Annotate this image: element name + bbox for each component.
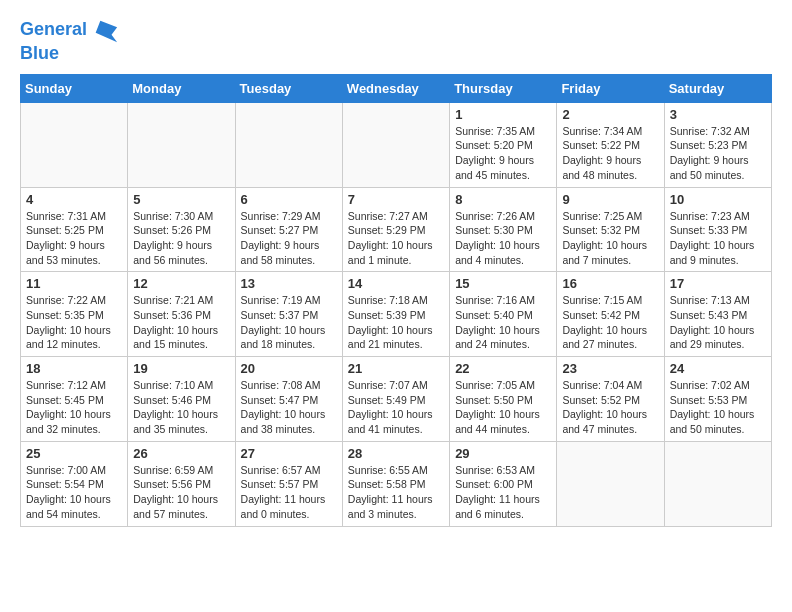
calendar-cell: 26Sunrise: 6:59 AM Sunset: 5:56 PM Dayli… [128,441,235,526]
calendar-cell: 5Sunrise: 7:30 AM Sunset: 5:26 PM Daylig… [128,187,235,272]
logo-text: General [20,20,87,40]
day-info: Sunrise: 7:26 AM Sunset: 5:30 PM Dayligh… [455,209,551,268]
calendar-cell: 19Sunrise: 7:10 AM Sunset: 5:46 PM Dayli… [128,357,235,442]
day-number: 2 [562,107,658,122]
calendar-cell: 25Sunrise: 7:00 AM Sunset: 5:54 PM Dayli… [21,441,128,526]
day-info: Sunrise: 7:25 AM Sunset: 5:32 PM Dayligh… [562,209,658,268]
calendar-cell: 12Sunrise: 7:21 AM Sunset: 5:36 PM Dayli… [128,272,235,357]
day-info: Sunrise: 7:05 AM Sunset: 5:50 PM Dayligh… [455,378,551,437]
calendar-cell: 6Sunrise: 7:29 AM Sunset: 5:27 PM Daylig… [235,187,342,272]
day-number: 20 [241,361,337,376]
day-number: 15 [455,276,551,291]
calendar-week-row: 11Sunrise: 7:22 AM Sunset: 5:35 PM Dayli… [21,272,772,357]
day-number: 7 [348,192,444,207]
page-header: General Blue [20,16,772,64]
column-header-sunday: Sunday [21,74,128,102]
day-number: 24 [670,361,766,376]
day-number: 3 [670,107,766,122]
column-header-thursday: Thursday [450,74,557,102]
day-number: 10 [670,192,766,207]
day-info: Sunrise: 7:08 AM Sunset: 5:47 PM Dayligh… [241,378,337,437]
calendar-cell [664,441,771,526]
day-info: Sunrise: 7:34 AM Sunset: 5:22 PM Dayligh… [562,124,658,183]
day-number: 11 [26,276,122,291]
column-header-friday: Friday [557,74,664,102]
day-number: 16 [562,276,658,291]
calendar-cell: 21Sunrise: 7:07 AM Sunset: 5:49 PM Dayli… [342,357,449,442]
calendar-cell: 9Sunrise: 7:25 AM Sunset: 5:32 PM Daylig… [557,187,664,272]
day-info: Sunrise: 7:18 AM Sunset: 5:39 PM Dayligh… [348,293,444,352]
day-info: Sunrise: 7:32 AM Sunset: 5:23 PM Dayligh… [670,124,766,183]
day-number: 21 [348,361,444,376]
day-info: Sunrise: 7:19 AM Sunset: 5:37 PM Dayligh… [241,293,337,352]
day-info: Sunrise: 7:27 AM Sunset: 5:29 PM Dayligh… [348,209,444,268]
day-number: 17 [670,276,766,291]
calendar-week-row: 18Sunrise: 7:12 AM Sunset: 5:45 PM Dayli… [21,357,772,442]
calendar-cell: 15Sunrise: 7:16 AM Sunset: 5:40 PM Dayli… [450,272,557,357]
calendar-header-row: SundayMondayTuesdayWednesdayThursdayFrid… [21,74,772,102]
day-info: Sunrise: 7:12 AM Sunset: 5:45 PM Dayligh… [26,378,122,437]
day-number: 13 [241,276,337,291]
day-info: Sunrise: 7:10 AM Sunset: 5:46 PM Dayligh… [133,378,229,437]
day-number: 5 [133,192,229,207]
calendar-cell: 8Sunrise: 7:26 AM Sunset: 5:30 PM Daylig… [450,187,557,272]
logo-text-blue: Blue [20,44,119,64]
day-info: Sunrise: 6:59 AM Sunset: 5:56 PM Dayligh… [133,463,229,522]
column-header-tuesday: Tuesday [235,74,342,102]
day-number: 12 [133,276,229,291]
calendar-cell: 28Sunrise: 6:55 AM Sunset: 5:58 PM Dayli… [342,441,449,526]
column-header-monday: Monday [128,74,235,102]
day-info: Sunrise: 7:02 AM Sunset: 5:53 PM Dayligh… [670,378,766,437]
calendar-cell: 4Sunrise: 7:31 AM Sunset: 5:25 PM Daylig… [21,187,128,272]
calendar-cell: 20Sunrise: 7:08 AM Sunset: 5:47 PM Dayli… [235,357,342,442]
calendar-cell: 16Sunrise: 7:15 AM Sunset: 5:42 PM Dayli… [557,272,664,357]
day-number: 9 [562,192,658,207]
day-number: 23 [562,361,658,376]
day-number: 1 [455,107,551,122]
day-number: 4 [26,192,122,207]
day-info: Sunrise: 7:04 AM Sunset: 5:52 PM Dayligh… [562,378,658,437]
day-info: Sunrise: 7:13 AM Sunset: 5:43 PM Dayligh… [670,293,766,352]
calendar-cell: 11Sunrise: 7:22 AM Sunset: 5:35 PM Dayli… [21,272,128,357]
day-info: Sunrise: 7:31 AM Sunset: 5:25 PM Dayligh… [26,209,122,268]
day-info: Sunrise: 7:07 AM Sunset: 5:49 PM Dayligh… [348,378,444,437]
calendar-cell: 13Sunrise: 7:19 AM Sunset: 5:37 PM Dayli… [235,272,342,357]
day-number: 18 [26,361,122,376]
calendar-cell: 27Sunrise: 6:57 AM Sunset: 5:57 PM Dayli… [235,441,342,526]
day-number: 19 [133,361,229,376]
calendar-cell: 2Sunrise: 7:34 AM Sunset: 5:22 PM Daylig… [557,102,664,187]
calendar-cell: 17Sunrise: 7:13 AM Sunset: 5:43 PM Dayli… [664,272,771,357]
logo-icon [91,16,119,44]
day-info: Sunrise: 7:29 AM Sunset: 5:27 PM Dayligh… [241,209,337,268]
calendar-cell [235,102,342,187]
calendar-cell: 10Sunrise: 7:23 AM Sunset: 5:33 PM Dayli… [664,187,771,272]
day-info: Sunrise: 7:35 AM Sunset: 5:20 PM Dayligh… [455,124,551,183]
day-number: 14 [348,276,444,291]
day-number: 26 [133,446,229,461]
day-info: Sunrise: 7:16 AM Sunset: 5:40 PM Dayligh… [455,293,551,352]
calendar-cell: 29Sunrise: 6:53 AM Sunset: 6:00 PM Dayli… [450,441,557,526]
column-header-saturday: Saturday [664,74,771,102]
calendar-cell [342,102,449,187]
logo: General Blue [20,16,119,64]
day-number: 8 [455,192,551,207]
calendar-week-row: 25Sunrise: 7:00 AM Sunset: 5:54 PM Dayli… [21,441,772,526]
day-info: Sunrise: 7:15 AM Sunset: 5:42 PM Dayligh… [562,293,658,352]
day-number: 29 [455,446,551,461]
day-info: Sunrise: 7:21 AM Sunset: 5:36 PM Dayligh… [133,293,229,352]
calendar-table: SundayMondayTuesdayWednesdayThursdayFrid… [20,74,772,527]
day-number: 27 [241,446,337,461]
calendar-cell [21,102,128,187]
day-number: 28 [348,446,444,461]
day-info: Sunrise: 7:30 AM Sunset: 5:26 PM Dayligh… [133,209,229,268]
day-info: Sunrise: 6:53 AM Sunset: 6:00 PM Dayligh… [455,463,551,522]
calendar-cell: 7Sunrise: 7:27 AM Sunset: 5:29 PM Daylig… [342,187,449,272]
calendar-cell [128,102,235,187]
calendar-cell: 1Sunrise: 7:35 AM Sunset: 5:20 PM Daylig… [450,102,557,187]
day-info: Sunrise: 7:22 AM Sunset: 5:35 PM Dayligh… [26,293,122,352]
day-info: Sunrise: 6:55 AM Sunset: 5:58 PM Dayligh… [348,463,444,522]
calendar-cell: 14Sunrise: 7:18 AM Sunset: 5:39 PM Dayli… [342,272,449,357]
calendar-cell [557,441,664,526]
svg-marker-0 [96,21,117,42]
calendar-cell: 18Sunrise: 7:12 AM Sunset: 5:45 PM Dayli… [21,357,128,442]
